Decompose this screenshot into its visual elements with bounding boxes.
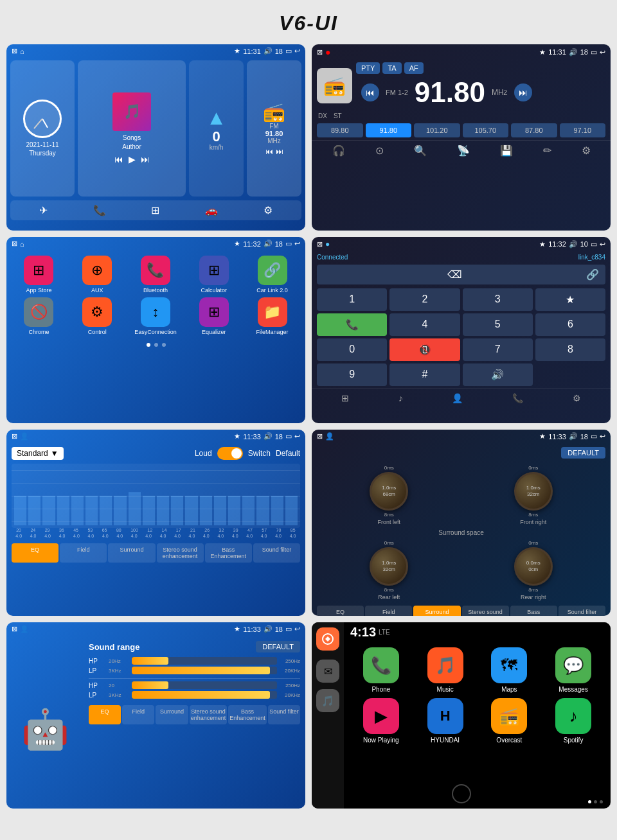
radio-prev[interactable]: ⏮ bbox=[265, 147, 273, 156]
key-hash[interactable]: # bbox=[389, 363, 460, 386]
sr-tab-bass[interactable]: Bass Enhancement bbox=[228, 705, 267, 724]
home-icon[interactable]: ⊠ bbox=[12, 47, 17, 55]
radio-signal-icon[interactable]: 📡 bbox=[457, 144, 470, 157]
play-btn[interactable]: ▶ bbox=[129, 154, 136, 164]
key-2[interactable]: 2 bbox=[389, 288, 460, 311]
call-log-icon[interactable]: 📞 bbox=[512, 393, 523, 403]
eq-tab-bass[interactable]: Bass Enhancement bbox=[205, 543, 252, 563]
freq-next[interactable]: ⏭ bbox=[514, 83, 532, 101]
knob-front-right[interactable]: 1.0ms32cm bbox=[514, 472, 553, 511]
sr-tab-filter[interactable]: Sound filter bbox=[268, 705, 300, 724]
cp-app-messages[interactable]: 💬 Messages bbox=[544, 647, 603, 693]
settings-radio-icon[interactable]: ⚙ bbox=[582, 144, 591, 157]
carplay-home-btn[interactable]: ○ bbox=[452, 784, 471, 803]
default-surround-btn[interactable]: DEFAULT bbox=[561, 447, 605, 459]
back-s7[interactable]: ↩ bbox=[294, 625, 300, 633]
save-icon[interactable]: 💾 bbox=[500, 144, 513, 157]
cp-app-maps[interactable]: 🗺 Maps bbox=[480, 647, 539, 693]
key-7[interactable]: 7 bbox=[463, 338, 533, 361]
back-s3[interactable]: ↩ bbox=[294, 240, 300, 248]
pty-btn[interactable]: PTY bbox=[356, 62, 380, 74]
preset-5[interactable]: 97.10 bbox=[560, 123, 606, 137]
cp-messages-side[interactable]: ✉ bbox=[316, 660, 339, 683]
headphone-icon[interactable]: 🎧 bbox=[332, 144, 345, 157]
af-btn[interactable]: AF bbox=[404, 62, 424, 74]
key-3[interactable]: 3 bbox=[463, 288, 533, 311]
app-aux[interactable]: ⊕ AUX bbox=[70, 256, 125, 293]
key-4[interactable]: 4 bbox=[389, 313, 460, 336]
cp-app-spotify[interactable]: ♪ Spotify bbox=[544, 698, 603, 744]
s-tab-eq[interactable]: EQ bbox=[317, 606, 364, 616]
knob-front-left[interactable]: 1.0ms68cm bbox=[370, 472, 408, 511]
sr-home-icon[interactable]: ⊠ bbox=[12, 625, 17, 633]
backspace-icon[interactable]: ⌫ bbox=[447, 268, 462, 281]
freq-prev[interactable]: ⏮ bbox=[361, 83, 379, 101]
s-tab-surround[interactable]: Surround bbox=[413, 606, 460, 616]
sr-tab-stereo[interactable]: Stereo sound enhancement bbox=[190, 705, 228, 724]
back-s2[interactable]: ↩ bbox=[600, 48, 605, 57]
surround-home-icon[interactable]: ⊠ bbox=[317, 432, 323, 441]
key-0[interactable]: 0 bbox=[317, 338, 387, 361]
nav-settings-icon[interactable]: ⚙ bbox=[264, 204, 273, 216]
key-1[interactable]: 1 bbox=[317, 288, 387, 311]
cp-carplay-icon[interactable] bbox=[316, 627, 339, 651]
eq-tab-surround[interactable]: Surround bbox=[108, 543, 155, 563]
preset-3[interactable]: 105.70 bbox=[463, 123, 509, 137]
knob-rear-right[interactable]: 0.0ms0cm bbox=[514, 547, 553, 586]
edit-icon[interactable]: ✏ bbox=[543, 144, 551, 157]
nav-maps-icon[interactable]: ✈ bbox=[39, 204, 48, 216]
key-9[interactable]: 9 bbox=[317, 363, 387, 386]
preset-2[interactable]: 101.20 bbox=[414, 123, 460, 137]
eq-tab-stereo[interactable]: Stereo sound enhancement bbox=[157, 543, 204, 563]
s-tab-field[interactable]: Field bbox=[365, 606, 412, 616]
eq-home-icon[interactable]: ⊠ bbox=[12, 432, 17, 441]
cp-music-side[interactable]: 🎵 bbox=[316, 689, 339, 712]
s-tab-stereo[interactable]: Stereo sound enhancement bbox=[462, 606, 509, 616]
widget-music[interactable]: 🎵 Songs Author ⏮ ▶ ⏭ bbox=[78, 60, 186, 197]
preset-0[interactable]: 89.80 bbox=[317, 123, 363, 137]
cp-app-overcast[interactable]: 📻 Overcast bbox=[480, 698, 539, 744]
eq-tab-field[interactable]: Field bbox=[60, 543, 107, 563]
apps-house-icon[interactable]: ⌂ bbox=[20, 240, 24, 248]
cp-app-hyundai[interactable]: H HYUNDAI bbox=[416, 698, 475, 744]
app-control[interactable]: ⚙ Control bbox=[70, 297, 125, 335]
sr-tab-field[interactable]: Field bbox=[122, 705, 154, 724]
back-s6[interactable]: ↩ bbox=[600, 432, 605, 441]
search-icon[interactable]: 🔍 bbox=[414, 144, 427, 157]
key-6[interactable]: 6 bbox=[535, 313, 605, 336]
sr-tab-eq[interactable]: EQ bbox=[89, 705, 121, 724]
app-equalizer[interactable]: ⊞ Equalizer bbox=[186, 297, 241, 335]
nav-car-icon[interactable]: 🚗 bbox=[205, 204, 218, 216]
lp1-slider[interactable] bbox=[132, 667, 277, 674]
s-tab-bass[interactable]: Bass Enhancement bbox=[510, 606, 557, 616]
cp-app-music[interactable]: 🎵 Music bbox=[416, 647, 475, 693]
toggle-icon[interactable]: ⊙ bbox=[375, 144, 384, 157]
keypad-icon[interactable]: ⊞ bbox=[341, 393, 349, 403]
hp1-slider[interactable] bbox=[132, 657, 277, 665]
sr-tab-surround[interactable]: Surround bbox=[156, 705, 188, 724]
app-appstore[interactable]: ⊞ App Store bbox=[12, 256, 66, 293]
knob-rear-left[interactable]: 1.0ms32cm bbox=[370, 547, 408, 586]
link-icon[interactable]: 🔗 bbox=[586, 268, 599, 281]
preset-1[interactable]: 91.80 bbox=[366, 123, 412, 137]
back-s4[interactable]: ↩ bbox=[600, 240, 605, 249]
lp2-slider[interactable] bbox=[132, 691, 277, 699]
eq-tab-eq[interactable]: EQ bbox=[12, 543, 58, 563]
radio-home-icon[interactable]: ⊠ bbox=[317, 48, 323, 57]
house-icon[interactable]: ⌂ bbox=[20, 48, 24, 55]
eq-preset-select[interactable]: Standard ▼ bbox=[12, 447, 64, 460]
prev-btn[interactable]: ⏮ bbox=[114, 154, 123, 164]
preset-4[interactable]: 87.80 bbox=[511, 123, 557, 137]
key-call[interactable]: 📞 bbox=[317, 313, 387, 336]
music-dialer-icon[interactable]: ♪ bbox=[398, 393, 403, 403]
switch-label[interactable]: Switch bbox=[248, 449, 271, 458]
radio-next[interactable]: ⏭ bbox=[276, 147, 283, 156]
app-bluetooth[interactable]: 📞 Bluetooth bbox=[129, 256, 183, 293]
nav-phone-icon[interactable]: 📞 bbox=[93, 204, 106, 216]
default-eq-label[interactable]: Default bbox=[276, 449, 300, 458]
back-s1[interactable]: ↩ bbox=[294, 47, 300, 55]
apps-home-icon[interactable]: ⊠ bbox=[12, 240, 17, 248]
sr-default-btn[interactable]: DEFAULT bbox=[256, 641, 300, 652]
s-tab-filter[interactable]: Sound filter bbox=[559, 606, 605, 616]
eq-tab-filter[interactable]: Sound filter bbox=[253, 543, 300, 563]
